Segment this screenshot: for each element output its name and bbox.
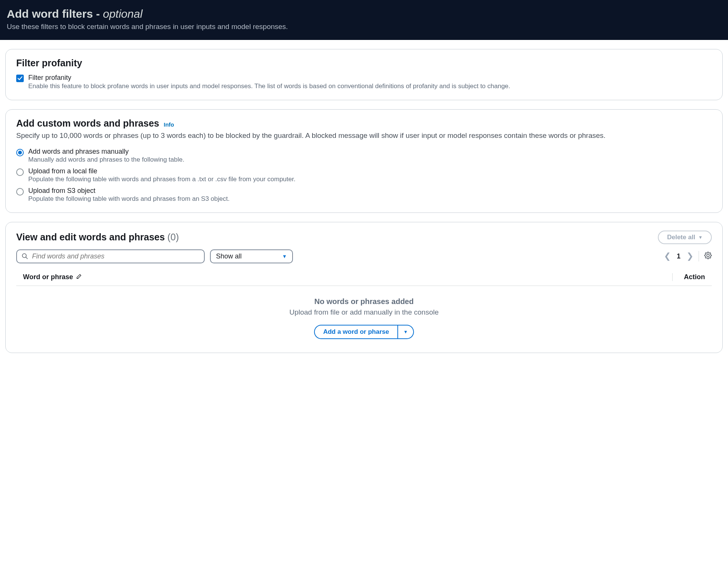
add-word-button[interactable]: Add a word or pharse xyxy=(314,325,398,339)
filter-select[interactable]: Show all ▼ xyxy=(210,249,293,263)
radio-add-manually-label: Add words and phrases manually xyxy=(28,148,184,156)
view-edit-title: View and edit words and phrases (0) xyxy=(16,232,179,243)
view-edit-panel: View and edit words and phrases (0) Dele… xyxy=(5,222,723,353)
divider xyxy=(699,251,699,261)
edit-icon[interactable] xyxy=(76,273,82,281)
info-link[interactable]: Info xyxy=(164,121,174,128)
radio-upload-s3-desc: Populate the following table with words … xyxy=(28,195,230,203)
add-word-dropdown-button[interactable]: ▼ xyxy=(398,325,414,339)
filter-profanity-desc: Enable this feature to block profane wor… xyxy=(28,83,510,90)
search-input-wrapper[interactable] xyxy=(16,249,205,263)
filter-profanity-label: Filter profanity xyxy=(28,74,510,82)
view-edit-count: (0) xyxy=(167,232,179,242)
chevron-down-icon: ▼ xyxy=(698,235,703,240)
filter-select-value: Show all xyxy=(216,252,242,260)
radio-add-manually-desc: Manually add words and phrases to the fo… xyxy=(28,156,184,164)
column-action: Action xyxy=(672,273,705,281)
delete-all-label: Delete all xyxy=(667,234,695,241)
radio-upload-local-desc: Populate the following table with words … xyxy=(28,176,296,183)
page-prev-button[interactable]: ❮ xyxy=(664,251,671,261)
page-number: 1 xyxy=(677,252,680,260)
page-title: Add word filters - optional xyxy=(7,8,721,20)
page-next-button[interactable]: ❯ xyxy=(687,251,693,261)
input-method-radio-group: Add words and phrases manually Manually … xyxy=(16,148,712,203)
delete-all-button[interactable]: Delete all ▼ xyxy=(658,231,712,244)
search-icon xyxy=(21,253,28,260)
profanity-panel: Filter profanity Filter profanity Enable… xyxy=(5,49,723,100)
custom-words-panel: Add custom words and phrases Info Specif… xyxy=(5,109,723,213)
add-word-split-button: Add a word or pharse ▼ xyxy=(314,325,414,339)
page-title-optional: optional xyxy=(103,8,143,20)
table-header-row: Word or phrase Action xyxy=(16,267,712,286)
pagination: ❮ 1 ❯ xyxy=(664,251,693,261)
svg-line-1 xyxy=(26,257,28,259)
radio-upload-local-label: Upload from a local file xyxy=(28,167,296,175)
filter-profanity-checkbox[interactable] xyxy=(16,75,24,82)
settings-button[interactable] xyxy=(704,252,712,261)
chevron-down-icon: ▼ xyxy=(282,254,287,259)
radio-upload-s3[interactable] xyxy=(16,188,24,196)
page-subtitle: Use these filters to block certain words… xyxy=(7,23,721,31)
radio-upload-s3-label: Upload from S3 object xyxy=(28,187,230,195)
view-edit-title-text: View and edit words and phrases xyxy=(16,232,165,242)
empty-state-title: No words or phrases added xyxy=(16,297,712,306)
check-icon xyxy=(17,76,23,81)
radio-upload-local[interactable] xyxy=(16,168,24,176)
radio-add-manually[interactable] xyxy=(16,149,24,156)
empty-state: No words or phrases added Upload from fi… xyxy=(16,286,712,343)
page-header: Add word filters - optional Use these fi… xyxy=(0,0,728,40)
page-title-main: Add word filters - xyxy=(7,8,103,20)
chevron-down-icon: ▼ xyxy=(403,329,408,335)
gear-icon xyxy=(704,252,712,259)
profanity-panel-title: Filter profanity xyxy=(16,58,712,69)
search-input[interactable] xyxy=(32,252,199,260)
column-word-or-phrase[interactable]: Word or phrase xyxy=(23,273,73,281)
custom-words-title: Add custom words and phrases xyxy=(16,118,159,129)
empty-state-subtitle: Upload from file or add manually in the … xyxy=(16,308,712,316)
custom-words-desc: Specify up to 10,000 words or phrases (u… xyxy=(16,130,712,141)
